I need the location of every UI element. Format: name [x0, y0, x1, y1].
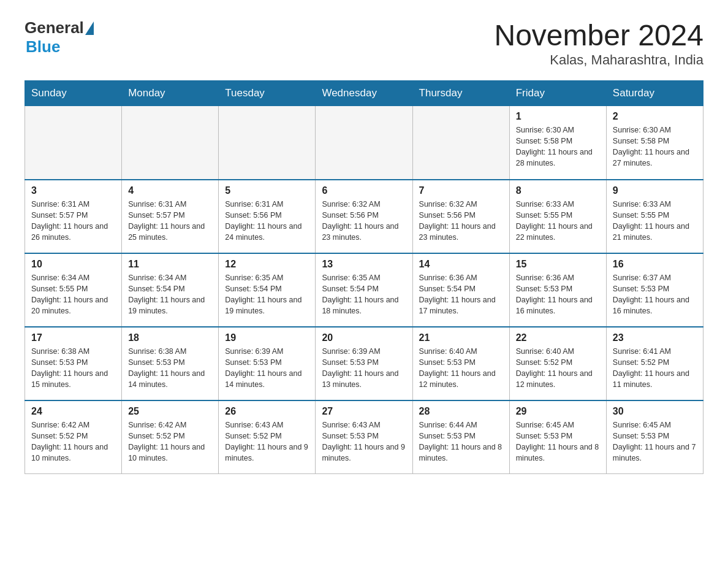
table-row: 28Sunrise: 6:44 AMSunset: 5:53 PMDayligh… — [412, 400, 509, 474]
day-number: 16 — [613, 259, 697, 270]
day-number: 7 — [419, 185, 503, 196]
page-header: General Blue November 2024 Kalas, Mahara… — [25, 18, 703, 68]
table-row: 17Sunrise: 6:38 AMSunset: 5:53 PMDayligh… — [25, 327, 122, 400]
calendar-week-row: 1Sunrise: 6:30 AMSunset: 5:58 PMDaylight… — [25, 106, 703, 180]
day-number: 22 — [516, 332, 600, 343]
day-number: 19 — [225, 332, 309, 343]
day-number: 30 — [613, 406, 697, 417]
table-row: 15Sunrise: 6:36 AMSunset: 5:53 PMDayligh… — [509, 253, 606, 327]
day-number: 14 — [419, 259, 503, 270]
day-info: Sunrise: 6:33 AMSunset: 5:55 PMDaylight:… — [613, 199, 697, 243]
day-info: Sunrise: 6:35 AMSunset: 5:54 PMDaylight:… — [322, 272, 406, 317]
day-info: Sunrise: 6:36 AMSunset: 5:54 PMDaylight:… — [419, 272, 503, 317]
day-info: Sunrise: 6:32 AMSunset: 5:56 PMDaylight:… — [419, 199, 503, 243]
table-row: 13Sunrise: 6:35 AMSunset: 5:54 PMDayligh… — [316, 253, 412, 327]
table-row — [122, 106, 219, 180]
day-number: 24 — [31, 406, 115, 417]
day-info: Sunrise: 6:34 AMSunset: 5:54 PMDaylight:… — [128, 272, 212, 317]
day-number: 11 — [128, 259, 212, 270]
col-saturday: Saturday — [606, 81, 703, 106]
day-number: 25 — [128, 406, 212, 417]
page-title: November 2024 — [494, 18, 703, 52]
table-row: 5Sunrise: 6:31 AMSunset: 5:56 PMDaylight… — [219, 180, 316, 253]
table-row: 3Sunrise: 6:31 AMSunset: 5:57 PMDaylight… — [25, 180, 122, 253]
day-number: 28 — [419, 406, 503, 417]
table-row: 20Sunrise: 6:39 AMSunset: 5:53 PMDayligh… — [316, 327, 412, 400]
day-number: 18 — [128, 332, 212, 343]
table-row: 25Sunrise: 6:42 AMSunset: 5:52 PMDayligh… — [122, 400, 219, 474]
day-number: 20 — [322, 332, 406, 343]
day-info: Sunrise: 6:31 AMSunset: 5:57 PMDaylight:… — [31, 199, 115, 243]
day-info: Sunrise: 6:40 AMSunset: 5:52 PMDaylight:… — [516, 346, 600, 391]
table-row — [219, 106, 316, 180]
page-subtitle: Kalas, Maharashtra, India — [494, 52, 703, 68]
calendar-week-row: 3Sunrise: 6:31 AMSunset: 5:57 PMDaylight… — [25, 180, 703, 253]
table-row: 22Sunrise: 6:40 AMSunset: 5:52 PMDayligh… — [509, 327, 606, 400]
day-number: 1 — [516, 111, 600, 122]
table-row: 19Sunrise: 6:39 AMSunset: 5:53 PMDayligh… — [219, 327, 316, 400]
day-info: Sunrise: 6:33 AMSunset: 5:55 PMDaylight:… — [516, 199, 600, 243]
table-row — [25, 106, 122, 180]
day-number: 13 — [322, 259, 406, 270]
table-row: 30Sunrise: 6:45 AMSunset: 5:53 PMDayligh… — [606, 400, 703, 474]
logo: General Blue — [25, 18, 95, 56]
table-row: 2Sunrise: 6:30 AMSunset: 5:58 PMDaylight… — [606, 106, 703, 180]
table-row: 21Sunrise: 6:40 AMSunset: 5:53 PMDayligh… — [412, 327, 509, 400]
logo-general: General — [25, 18, 84, 37]
table-row: 29Sunrise: 6:45 AMSunset: 5:53 PMDayligh… — [509, 400, 606, 474]
table-row: 6Sunrise: 6:32 AMSunset: 5:56 PMDaylight… — [316, 180, 412, 253]
calendar-header-row: Sunday Monday Tuesday Wednesday Thursday… — [25, 81, 703, 106]
day-number: 17 — [31, 332, 115, 343]
logo-triangle-icon — [85, 21, 94, 35]
day-info: Sunrise: 6:45 AMSunset: 5:53 PMDaylight:… — [613, 419, 697, 464]
day-info: Sunrise: 6:36 AMSunset: 5:53 PMDaylight:… — [516, 272, 600, 317]
day-number: 29 — [516, 406, 600, 417]
day-number: 5 — [225, 185, 309, 196]
col-friday: Friday — [509, 81, 606, 106]
table-row: 4Sunrise: 6:31 AMSunset: 5:57 PMDaylight… — [122, 180, 219, 253]
day-info: Sunrise: 6:41 AMSunset: 5:52 PMDaylight:… — [613, 346, 697, 391]
col-wednesday: Wednesday — [316, 81, 412, 106]
table-row: 12Sunrise: 6:35 AMSunset: 5:54 PMDayligh… — [219, 253, 316, 327]
day-number: 3 — [31, 185, 115, 196]
table-row: 23Sunrise: 6:41 AMSunset: 5:52 PMDayligh… — [606, 327, 703, 400]
table-row: 7Sunrise: 6:32 AMSunset: 5:56 PMDaylight… — [412, 180, 509, 253]
day-number: 9 — [613, 185, 697, 196]
day-info: Sunrise: 6:30 AMSunset: 5:58 PMDaylight:… — [516, 124, 600, 169]
day-info: Sunrise: 6:44 AMSunset: 5:53 PMDaylight:… — [419, 419, 503, 464]
table-row — [316, 106, 412, 180]
day-info: Sunrise: 6:40 AMSunset: 5:53 PMDaylight:… — [419, 346, 503, 391]
day-number: 15 — [516, 259, 600, 270]
day-info: Sunrise: 6:31 AMSunset: 5:56 PMDaylight:… — [225, 199, 309, 243]
day-number: 23 — [613, 332, 697, 343]
col-monday: Monday — [122, 81, 219, 106]
day-number: 4 — [128, 185, 212, 196]
day-number: 8 — [516, 185, 600, 196]
day-info: Sunrise: 6:38 AMSunset: 5:53 PMDaylight:… — [31, 346, 115, 391]
calendar-week-row: 24Sunrise: 6:42 AMSunset: 5:52 PMDayligh… — [25, 400, 703, 474]
day-number: 6 — [322, 185, 406, 196]
table-row: 16Sunrise: 6:37 AMSunset: 5:53 PMDayligh… — [606, 253, 703, 327]
day-info: Sunrise: 6:42 AMSunset: 5:52 PMDaylight:… — [128, 419, 212, 464]
day-number: 2 — [613, 111, 697, 122]
day-info: Sunrise: 6:31 AMSunset: 5:57 PMDaylight:… — [128, 199, 212, 243]
col-thursday: Thursday — [412, 81, 509, 106]
calendar-week-row: 10Sunrise: 6:34 AMSunset: 5:55 PMDayligh… — [25, 253, 703, 327]
logo-blue: Blue — [26, 37, 60, 56]
table-row: 18Sunrise: 6:38 AMSunset: 5:53 PMDayligh… — [122, 327, 219, 400]
calendar-table: Sunday Monday Tuesday Wednesday Thursday… — [25, 80, 703, 474]
table-row: 10Sunrise: 6:34 AMSunset: 5:55 PMDayligh… — [25, 253, 122, 327]
day-info: Sunrise: 6:35 AMSunset: 5:54 PMDaylight:… — [225, 272, 309, 317]
day-number: 27 — [322, 406, 406, 417]
table-row: 1Sunrise: 6:30 AMSunset: 5:58 PMDaylight… — [509, 106, 606, 180]
day-info: Sunrise: 6:43 AMSunset: 5:52 PMDaylight:… — [225, 419, 309, 464]
day-info: Sunrise: 6:42 AMSunset: 5:52 PMDaylight:… — [31, 419, 115, 464]
calendar-week-row: 17Sunrise: 6:38 AMSunset: 5:53 PMDayligh… — [25, 327, 703, 400]
day-number: 10 — [31, 259, 115, 270]
col-sunday: Sunday — [25, 81, 122, 106]
table-row: 14Sunrise: 6:36 AMSunset: 5:54 PMDayligh… — [412, 253, 509, 327]
day-number: 21 — [419, 332, 503, 343]
day-info: Sunrise: 6:43 AMSunset: 5:53 PMDaylight:… — [322, 419, 406, 464]
title-block: November 2024 Kalas, Maharashtra, India — [494, 18, 703, 68]
col-tuesday: Tuesday — [219, 81, 316, 106]
